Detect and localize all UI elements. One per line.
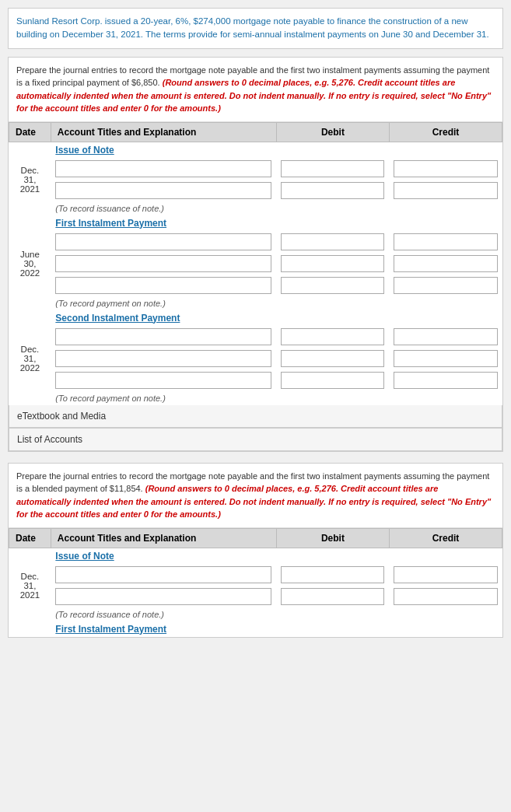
section1-first-note: (To record payment on note.) [55, 297, 165, 311]
section1-issue-row1: Dec.31,2021 [9, 158, 502, 180]
section1-second-note-row: (To record payment on note.) [9, 391, 502, 405]
section2-journal-table: Date Account Titles and Explanation Debi… [9, 528, 502, 637]
section1-list-btn[interactable]: List of Accounts [9, 428, 502, 451]
col-date: Date [9, 122, 51, 142]
section1-issue-date: Dec.31,2021 [9, 158, 51, 201]
section1-etextbook-btn[interactable]: eTextbook and Media [9, 405, 502, 428]
section1-first-note-row: (To record payment on note.) [9, 296, 502, 310]
section1-second-date: Dec.31,2022 [9, 326, 51, 391]
section2-issue-date: Dec.31,2021 [9, 564, 51, 607]
section1-issue-debit2[interactable] [281, 182, 384, 199]
section1-first-row3 [9, 275, 502, 296]
section2-first-label-row: First Instalment Payment [9, 621, 502, 637]
section2-issue-account2[interactable] [55, 588, 271, 605]
section1-first-date: June30,2022 [9, 231, 51, 296]
section1-box: Prepare the journal entries to record th… [8, 57, 503, 452]
section1-issue-account2[interactable] [55, 182, 271, 199]
section1-first-account2[interactable] [55, 255, 271, 272]
section1-second-credit3[interactable] [394, 372, 497, 389]
intro-box: Sunland Resort Corp. issued a 20-year, 6… [8, 8, 503, 49]
section2-first-label: First Instalment Payment [55, 621, 166, 636]
section1-second-note: (To record payment on note.) [55, 392, 165, 406]
section1-second-row3 [9, 369, 502, 391]
section1-issue-note-row: (To record issuance of note.) [9, 201, 502, 215]
section1-first-credit3[interactable] [394, 277, 497, 294]
col-credit: Credit [389, 528, 502, 548]
section1-first-debit1[interactable] [281, 233, 384, 250]
section1-second-debit3[interactable] [281, 372, 384, 389]
col-credit: Credit [389, 122, 502, 142]
section2-issue-credit2[interactable] [394, 588, 497, 605]
col-account: Account Titles and Explanation [51, 528, 276, 548]
section1-instructions: Prepare the journal entries to record th… [9, 58, 502, 122]
section1-second-account1[interactable] [55, 328, 271, 345]
section1-first-row1: June30,2022 [9, 231, 502, 253]
section1-second-account2[interactable] [55, 350, 271, 367]
section1-second-debit1[interactable] [281, 328, 384, 345]
col-account: Account Titles and Explanation [51, 122, 276, 142]
section1-second-label: Second Instalment Payment [55, 310, 180, 325]
section1-second-row1: Dec.31,2022 [9, 326, 502, 348]
col-date: Date [9, 528, 51, 548]
section1-issue-label: Issue of Note [55, 142, 114, 157]
section1-first-row2 [9, 253, 502, 275]
section2-issue-note-row: (To record issuance of note.) [9, 607, 502, 621]
section1-issue-note: (To record issuance of note.) [55, 202, 164, 216]
section1-second-label-row: Second Instalment Payment [9, 310, 502, 326]
section1-first-debit2[interactable] [281, 255, 384, 272]
section1-issue-account1[interactable] [55, 160, 271, 177]
col-debit: Debit [276, 528, 389, 548]
section2-issue-note: (To record issuance of note.) [55, 608, 164, 622]
section1-first-label: First Instalment Payment [55, 215, 166, 230]
section1-first-credit1[interactable] [394, 233, 497, 250]
section2-issue-debit2[interactable] [281, 588, 384, 605]
section2-issue-row1: Dec.31,2021 [9, 564, 502, 586]
section1-second-credit2[interactable] [394, 350, 497, 367]
section1-issue-label-row: Issue of Note [9, 142, 502, 158]
section1-issue-credit2[interactable] [394, 182, 497, 199]
section2-box: Prepare the journal entries to record th… [8, 463, 503, 638]
section1-second-row2 [9, 348, 502, 369]
section1-issue-row2 [9, 180, 502, 201]
section2-issue-credit1[interactable] [394, 566, 497, 583]
section2-issue-label-row: Issue of Note [9, 548, 502, 564]
section1-first-label-row: First Instalment Payment [9, 215, 502, 231]
section1-second-debit2[interactable] [281, 350, 384, 367]
section1-second-account3[interactable] [55, 372, 271, 389]
section1-first-account1[interactable] [55, 233, 271, 250]
section1-issue-debit1[interactable] [281, 160, 384, 177]
intro-text: Sunland Resort Corp. issued a 20-year, 6… [16, 16, 489, 39]
section2-issue-debit1[interactable] [281, 566, 384, 583]
section1-first-debit3[interactable] [281, 277, 384, 294]
col-debit: Debit [276, 122, 389, 142]
section1-first-credit2[interactable] [394, 255, 497, 272]
section1-journal-table: Date Account Titles and Explanation Debi… [9, 122, 502, 405]
section2-issue-row2 [9, 586, 502, 607]
section2-issue-account1[interactable] [55, 566, 271, 583]
section1-first-account3[interactable] [55, 277, 271, 294]
section1-issue-credit1[interactable] [394, 160, 497, 177]
section2-issue-label: Issue of Note [55, 548, 114, 563]
section1-second-credit1[interactable] [394, 328, 497, 345]
section2-instructions: Prepare the journal entries to record th… [9, 464, 502, 528]
